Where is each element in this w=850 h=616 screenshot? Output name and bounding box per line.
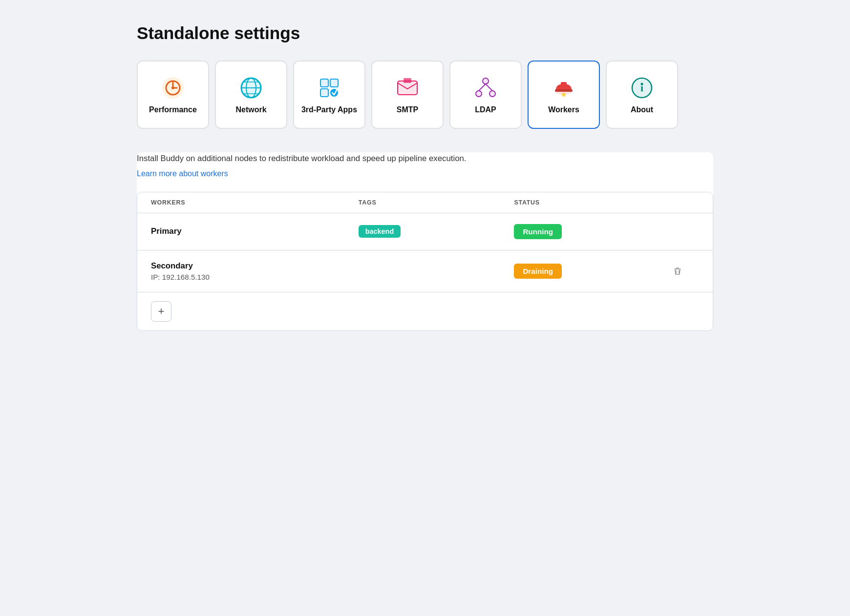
tab-smtp[interactable]: SMTP xyxy=(371,61,444,129)
add-worker-row: + xyxy=(137,292,713,330)
col-status: STATUS xyxy=(514,199,670,206)
delete-worker-button[interactable] xyxy=(670,263,685,279)
svg-rect-21 xyxy=(561,82,567,85)
tab-apps-label: 3rd-Party Apps xyxy=(301,105,357,114)
tab-about[interactable]: i About xyxy=(606,61,678,129)
svg-point-15 xyxy=(476,91,482,97)
workers-icon xyxy=(551,75,576,101)
trash-icon xyxy=(673,266,682,276)
tab-ldap-label: LDAP xyxy=(475,105,496,114)
svg-rect-13 xyxy=(404,78,411,83)
svg-line-17 xyxy=(479,84,486,91)
ldap-icon xyxy=(473,75,498,101)
table-header: WORKERS TAGS STATUS xyxy=(137,192,713,213)
tab-performance[interactable]: Performance xyxy=(137,61,209,129)
worker-primary-info: Primary xyxy=(151,226,359,236)
svg-point-16 xyxy=(489,91,495,97)
tabs-bar: Performance Network xyxy=(137,61,713,137)
tag-backend-badge: backend xyxy=(359,225,401,238)
table-row: Primary backend Running xyxy=(137,213,713,250)
worker-primary-name: Primary xyxy=(151,226,359,236)
add-icon: + xyxy=(158,306,164,317)
tabs-list: Performance Network xyxy=(137,61,713,129)
svg-rect-12 xyxy=(398,81,417,95)
tab-workers-label: Workers xyxy=(548,105,579,114)
worker-secondary-name: Secondary xyxy=(151,261,359,271)
worker-primary-status: Running xyxy=(514,224,670,239)
worker-primary-tags: backend xyxy=(359,225,514,238)
worker-secondary-ip: IP: 192.168.5.130 xyxy=(151,273,359,281)
tab-performance-label: Performance xyxy=(149,105,197,114)
learn-more-link[interactable]: Learn more about workers xyxy=(137,169,228,178)
col-tags: TAGS xyxy=(359,199,514,206)
svg-point-2 xyxy=(171,86,174,89)
worker-secondary-status: Draining xyxy=(514,264,670,279)
worker-secondary-info: Secondary IP: 192.168.5.130 xyxy=(151,261,359,281)
performance-icon xyxy=(160,75,186,101)
tab-network[interactable]: Network xyxy=(215,61,287,129)
svg-line-18 xyxy=(486,84,492,91)
status-draining-badge: Draining xyxy=(514,264,562,279)
smtp-icon xyxy=(395,75,420,101)
tab-workers[interactable]: Workers xyxy=(528,61,600,129)
tab-third-party-apps[interactable]: 3rd-Party Apps xyxy=(293,61,365,129)
col-workers: WORKERS xyxy=(151,199,359,206)
network-icon xyxy=(238,75,264,101)
col-actions xyxy=(670,199,699,206)
workers-content: Install Buddy on additional nodes to red… xyxy=(137,152,713,331)
status-running-badge: Running xyxy=(514,224,562,239)
svg-point-25 xyxy=(641,83,643,85)
tab-ldap[interactable]: LDAP xyxy=(449,61,522,129)
svg-point-14 xyxy=(483,78,489,84)
svg-rect-9 xyxy=(330,79,338,87)
table-row: Secondary IP: 192.168.5.130 Draining xyxy=(137,250,713,292)
apps-icon xyxy=(317,75,342,101)
about-icon: i xyxy=(629,75,655,101)
workers-table: WORKERS TAGS STATUS Primary backend Runn… xyxy=(137,192,713,331)
add-worker-button[interactable]: + xyxy=(151,301,171,322)
worker-secondary-actions xyxy=(670,263,699,279)
tab-smtp-label: SMTP xyxy=(397,105,418,114)
svg-rect-20 xyxy=(555,89,573,92)
svg-point-22 xyxy=(562,93,566,97)
workers-description: Install Buddy on additional nodes to red… xyxy=(137,152,713,165)
page-container: Standalone settings Performance xyxy=(107,0,743,354)
tab-network-label: Network xyxy=(235,105,266,114)
tab-about-label: About xyxy=(631,105,653,114)
svg-rect-8 xyxy=(320,79,328,87)
page-title: Standalone settings xyxy=(137,23,713,43)
svg-rect-10 xyxy=(320,89,328,97)
